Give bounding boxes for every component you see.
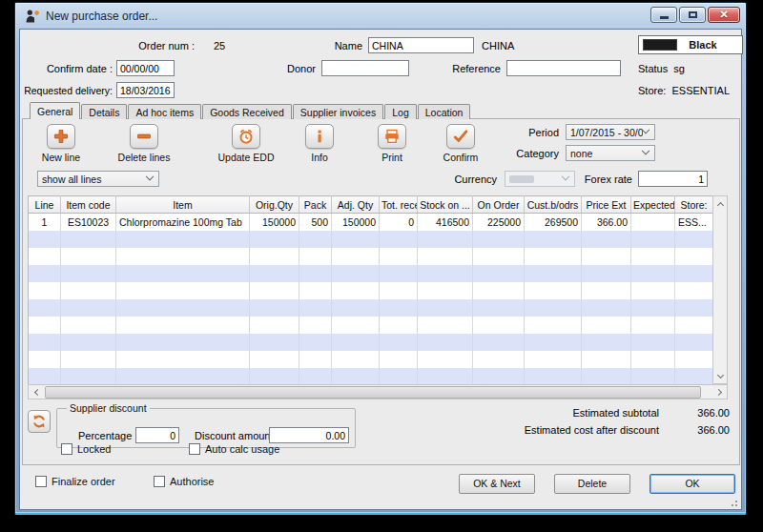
requested-delivery-input[interactable] bbox=[116, 82, 175, 98]
name-input[interactable] bbox=[368, 37, 474, 53]
chevron-down-icon bbox=[146, 172, 154, 179]
column-header[interactable]: Orig.Qty bbox=[250, 196, 299, 214]
column-header[interactable]: On Order bbox=[473, 196, 525, 214]
ok-button[interactable]: OK bbox=[650, 474, 735, 494]
reference-label: Reference bbox=[405, 63, 501, 74]
tab-log[interactable]: Log bbox=[384, 104, 417, 119]
checkbox-icon bbox=[189, 443, 200, 455]
tab-details[interactable]: Details bbox=[81, 104, 127, 119]
discount-amount-input[interactable] bbox=[269, 427, 349, 443]
status-line: Status sg bbox=[638, 63, 685, 74]
order-num-label: Order num : bbox=[20, 40, 195, 51]
close-button[interactable]: ✕ bbox=[708, 7, 740, 23]
confirm-date-input[interactable] bbox=[116, 60, 175, 76]
table-row-empty[interactable] bbox=[29, 317, 713, 334]
estimated-subtotal-label: Estimated subtotal bbox=[402, 407, 659, 419]
minimize-button[interactable] bbox=[650, 7, 677, 23]
table-row-empty[interactable] bbox=[29, 368, 713, 385]
tab-ad-hoc-items[interactable]: Ad hoc items bbox=[128, 104, 201, 119]
color-select-button[interactable]: Black bbox=[638, 35, 743, 54]
tab-supplier-invoices[interactable]: Supplier invoices bbox=[293, 104, 383, 119]
period-label: Period bbox=[464, 127, 559, 138]
window-title: New purchase order... bbox=[46, 10, 157, 23]
info-button[interactable]: Info bbox=[279, 124, 360, 163]
status-label: Status bbox=[638, 63, 668, 74]
delete-lines-button[interactable]: Delete lines bbox=[104, 124, 184, 163]
chevron-down-icon bbox=[642, 146, 650, 153]
column-header[interactable]: Pack bbox=[299, 196, 332, 214]
scroll-up-icon bbox=[716, 202, 723, 209]
delete-lines-label: Delete lines bbox=[104, 152, 184, 163]
order-num-value: 25 bbox=[214, 40, 225, 51]
close-icon: ✕ bbox=[719, 9, 728, 21]
window-content: Order num : 25 Name CHINA Black Confirm … bbox=[19, 29, 742, 510]
estimated-cost-after-discount-value: 366.00 bbox=[665, 424, 730, 436]
new-line-button[interactable]: New line bbox=[21, 124, 101, 163]
auto-calc-usage-label: Auto calc usage bbox=[205, 443, 279, 455]
new-line-label: New line bbox=[21, 152, 101, 163]
titlebar[interactable]: New purchase order... ✕ bbox=[15, 3, 746, 29]
table-row-empty[interactable] bbox=[29, 299, 713, 317]
column-header[interactable]: Cust.b/odrs bbox=[525, 196, 582, 214]
tab-goods-received[interactable]: Goods Received bbox=[202, 104, 292, 119]
scroll-left-icon bbox=[33, 388, 40, 395]
category-label: Category bbox=[464, 148, 559, 159]
auto-calc-usage-checkbox[interactable]: Auto calc usage bbox=[189, 443, 279, 455]
tab-general[interactable]: General bbox=[30, 102, 80, 119]
recalculate-button[interactable] bbox=[28, 410, 51, 433]
color-label: Black bbox=[677, 39, 742, 51]
table-row-empty[interactable] bbox=[29, 282, 713, 299]
column-header[interactable]: Item code bbox=[61, 196, 116, 214]
checkbox-icon bbox=[35, 476, 47, 487]
order-table: LineItem codeItemOrig.QtyPackAdj. QtyTot… bbox=[28, 195, 713, 385]
maximize-button[interactable] bbox=[679, 7, 706, 23]
tab-location[interactable]: Location bbox=[418, 104, 471, 119]
horizontal-scrollbar[interactable] bbox=[28, 384, 728, 399]
table-row-empty[interactable] bbox=[29, 231, 713, 248]
ok-next-button[interactable]: OK & Next bbox=[459, 474, 535, 494]
resize-grip-icon[interactable] bbox=[729, 498, 738, 507]
order-lines-table-wrap: LineItem codeItemOrig.QtyPackAdj. QtyTot… bbox=[28, 195, 712, 385]
donor-input[interactable] bbox=[321, 60, 409, 76]
table-row-empty[interactable] bbox=[29, 351, 713, 368]
column-header[interactable]: Expected... bbox=[631, 196, 675, 214]
show-lines-dropdown[interactable]: show all lines bbox=[37, 171, 159, 187]
reference-input[interactable] bbox=[506, 60, 621, 76]
column-header[interactable]: Line bbox=[29, 196, 61, 214]
forex-rate-input[interactable] bbox=[638, 171, 708, 187]
update-edd-button[interactable]: Update EDD bbox=[206, 124, 286, 163]
store-label: Store: bbox=[638, 85, 666, 96]
table-row[interactable]: 1ES10023Chlorpromazine 100mg Tab15000050… bbox=[29, 214, 713, 231]
period-dropdown[interactable]: 1/07/2015 - 30/06/20... bbox=[566, 124, 655, 140]
discount-amount-label: Discount amount bbox=[195, 430, 274, 441]
locked-label: Locked bbox=[77, 443, 111, 455]
vertical-scrollbar[interactable] bbox=[712, 195, 728, 384]
authorise-checkbox[interactable]: Authorise bbox=[154, 476, 214, 487]
name-label: Name bbox=[248, 40, 362, 51]
store-line: Store: ESSENTIAL bbox=[638, 85, 730, 96]
category-dropdown[interactable]: none bbox=[566, 145, 655, 161]
table-row-empty[interactable] bbox=[29, 265, 713, 282]
column-header[interactable]: Tot. recei... bbox=[380, 196, 418, 214]
color-swatch bbox=[643, 39, 677, 51]
horizontal-scroll-thumb[interactable] bbox=[45, 386, 701, 399]
percentage-input[interactable] bbox=[135, 427, 179, 443]
requested-delivery-label: Requested delivery: bbox=[9, 85, 113, 96]
locked-checkbox[interactable]: Locked bbox=[61, 443, 111, 455]
column-header[interactable]: Store: bbox=[675, 196, 713, 214]
checkbox-icon bbox=[61, 443, 72, 455]
finalize-order-checkbox[interactable]: Finalize order bbox=[35, 476, 115, 487]
finalize-order-label: Finalize order bbox=[52, 476, 115, 487]
column-header[interactable]: Stock on ... bbox=[418, 196, 473, 214]
confirm-date-label: Confirm date : bbox=[20, 63, 113, 74]
authorise-label: Authorise bbox=[170, 476, 214, 487]
column-header[interactable]: Item bbox=[116, 196, 250, 214]
maximize-icon bbox=[689, 11, 697, 18]
table-row-empty[interactable] bbox=[29, 248, 713, 265]
checkbox-icon bbox=[154, 476, 165, 487]
table-row-empty[interactable] bbox=[29, 334, 713, 351]
minus-icon bbox=[135, 128, 153, 145]
column-header[interactable]: Adj. Qty bbox=[332, 196, 380, 214]
column-header[interactable]: Price Ext bbox=[582, 196, 631, 214]
delete-button[interactable]: Delete bbox=[554, 474, 630, 494]
